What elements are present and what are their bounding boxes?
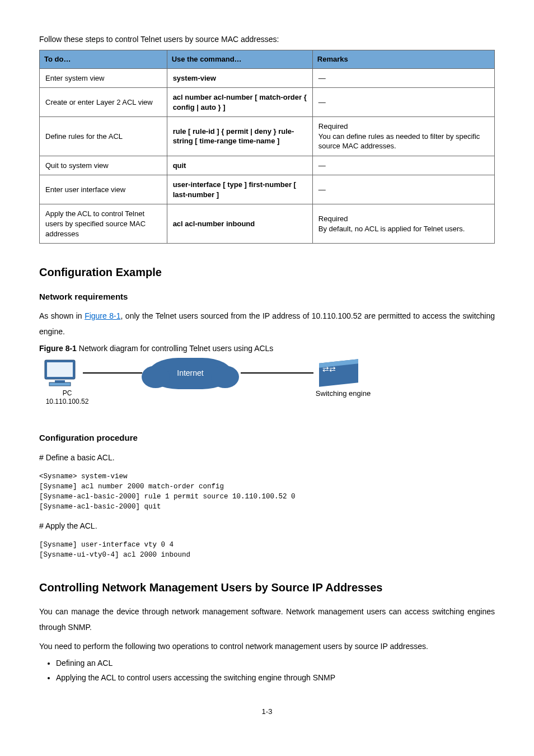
cell-to: Quit to system view: [40, 156, 167, 175]
cell-cmd: acl acl-number inbound: [167, 204, 312, 244]
snmp-bullet-list: Defining an ACLApplying the ACL to contr…: [56, 657, 495, 684]
svg-rect-3: [49, 382, 71, 386]
cell-rem: —: [312, 68, 494, 88]
pc-label-top: PC: [39, 389, 95, 398]
list-item: Applying the ACL to control users access…: [56, 672, 495, 684]
internet-label: Internet: [177, 367, 203, 379]
cell-cmd: user-interface [ type ] first-number [ l…: [167, 175, 312, 204]
figure-link[interactable]: Figure 8-1: [85, 311, 120, 320]
internet-cloud: Internet: [148, 358, 232, 389]
figure-caption: Figure 8-1 Network diagram for controlli…: [39, 343, 495, 354]
table-row: Apply the ACL to control Telnet users by…: [40, 204, 495, 244]
cell-rem: RequiredYou can define rules as needed t…: [312, 117, 494, 156]
page-number: 1-3: [39, 706, 495, 717]
cell-to: Create or enter Layer 2 ACL view: [40, 88, 167, 117]
table-row: Create or enter Layer 2 ACL viewacl numb…: [40, 88, 495, 117]
pc-label-bottom: 10.110.100.52: [39, 398, 95, 407]
wire-segment: [83, 372, 142, 374]
config-table: To do… Use the command… Remarks Enter sy…: [39, 50, 495, 244]
list-item: Defining an ACL: [56, 657, 495, 669]
figure-caption-text: Network diagram for controlling Telnet u…: [79, 344, 274, 353]
step2-commands: [Sysname] user-interface vty 0 4[Sysname…: [39, 540, 495, 560]
network-req-heading: Network requirements: [39, 291, 495, 304]
cell-cmd: quit: [167, 156, 312, 175]
command-line: [Sysname-acl-basic-2000] rule 1 permit s…: [39, 492, 495, 502]
cell-rem: —: [312, 88, 494, 117]
wire-segment: [241, 372, 313, 374]
th-to: To do…: [40, 50, 167, 69]
command-line: [Sysname] user-interface vty 0 4: [39, 540, 495, 550]
switch-label: Switching engine: [301, 389, 385, 399]
netreq-pre: As shown in: [39, 311, 85, 320]
table-row: Define rules for the ACLrule [ rule-id ]…: [40, 117, 495, 156]
table-row: Enter user interface viewuser-interface …: [40, 175, 495, 204]
cell-cmd: acl number acl-number [ match-order { co…: [167, 88, 312, 117]
command-line: [Sysname-acl-basic-2000] quit: [39, 502, 495, 512]
figure-caption-label: Figure 8-1: [39, 344, 77, 353]
snmp-p1: You can manage the device through networ…: [39, 604, 495, 635]
table-row: Quit to system viewquit—: [40, 156, 495, 175]
pc-icon: [41, 358, 81, 388]
switch-arrows-icon: ⇄⇄: [322, 363, 336, 375]
cell-cmd: rule [ rule-id ] { permit | deny } rule-…: [167, 117, 312, 156]
cell-rem: RequiredBy default, no ACL is applied fo…: [312, 204, 494, 244]
intro-text: Follow these steps to control Telnet use…: [39, 34, 495, 45]
cell-rem: —: [312, 156, 494, 175]
cell-to: Enter user interface view: [40, 175, 167, 204]
table-row: Enter system viewsystem-view—: [40, 68, 495, 88]
svg-rect-1: [47, 362, 73, 377]
command-line: [Sysname] acl number 2000 match-order co…: [39, 482, 495, 492]
step1-commands: <Sysname> system-view[Sysname] acl numbe…: [39, 472, 495, 512]
snmp-p2: You need to perform the following two op…: [39, 638, 495, 654]
svg-rect-2: [55, 380, 65, 382]
step1-label: # Define a basic ACL.: [39, 452, 495, 464]
example-heading: Configuration Example: [39, 264, 495, 281]
cell-to: Apply the ACL to control Telnet users by…: [40, 204, 167, 244]
network-diagram: PC 10.110.100.52 Internet ⇄⇄ Switching e…: [39, 358, 375, 419]
network-req-text: As shown in Figure 8-1, only the Telnet …: [39, 308, 495, 339]
command-line: [Sysname-ui-vty0-4] acl 2000 inbound: [39, 550, 495, 560]
cell-cmd: system-view: [167, 68, 312, 88]
pc-label: PC 10.110.100.52: [39, 389, 95, 407]
step2-label: # Apply the ACL.: [39, 520, 495, 532]
command-line: <Sysname> system-view: [39, 472, 495, 482]
config-proc-heading: Configuration procedure: [39, 432, 495, 445]
cell-to: Enter system view: [40, 68, 167, 88]
th-rem: Remarks: [312, 50, 494, 69]
cell-to: Define rules for the ACL: [40, 117, 167, 156]
th-cmd: Use the command…: [167, 50, 312, 69]
cell-rem: —: [312, 175, 494, 204]
snmp-heading: Controlling Network Management Users by …: [39, 579, 495, 596]
